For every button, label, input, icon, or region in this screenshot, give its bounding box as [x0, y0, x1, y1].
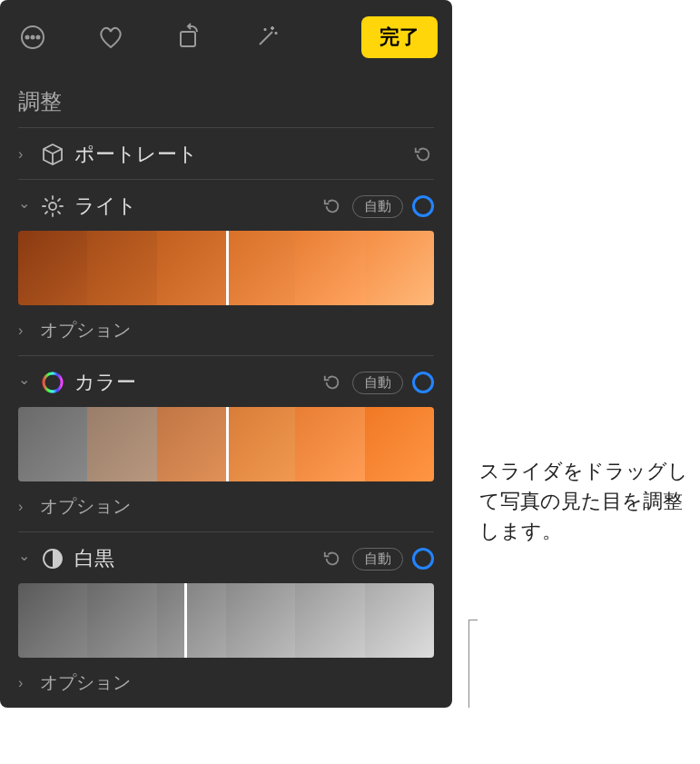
- disclosure-bw-options[interactable]: [18, 675, 31, 691]
- auto-bw-button[interactable]: 自動: [352, 548, 403, 571]
- adjust-panel: 完了 調整 ポートレート ライト 自動: [0, 0, 452, 708]
- disclosure-color[interactable]: [18, 374, 31, 392]
- disclosure-color-options[interactable]: [18, 499, 31, 515]
- disclosure-portrait[interactable]: [18, 146, 31, 163]
- bw-slider[interactable]: [18, 583, 434, 658]
- rotate-icon[interactable]: [171, 19, 207, 55]
- svg-point-2: [32, 36, 35, 39]
- slider-thumb[interactable]: [226, 407, 229, 481]
- section-label-bw: 白黒: [74, 545, 312, 572]
- favorite-heart-icon[interactable]: [93, 19, 129, 55]
- auto-color-button[interactable]: 自動: [352, 372, 403, 394]
- more-icon[interactable]: [15, 19, 51, 55]
- svg-rect-4: [181, 32, 195, 46]
- disclosure-light-options[interactable]: [18, 322, 31, 339]
- svg-point-3: [37, 36, 40, 39]
- svg-point-1: [26, 36, 29, 39]
- section-label-portrait: ポートレート: [74, 141, 403, 168]
- slider-thumb[interactable]: [226, 231, 229, 305]
- section-color: カラー 自動 オプション: [0, 356, 452, 531]
- disclosure-light[interactable]: [18, 198, 31, 215]
- reset-color-icon[interactable]: [321, 372, 343, 393]
- options-bw[interactable]: オプション: [40, 670, 131, 695]
- color-slider[interactable]: [18, 407, 434, 481]
- panel-title: 調整: [0, 74, 452, 127]
- cube-icon: [40, 142, 65, 167]
- done-button[interactable]: 完了: [361, 16, 438, 58]
- auto-enhance-wand-icon[interactable]: [249, 19, 285, 55]
- section-label-light: ライト: [74, 193, 312, 220]
- annotation-callout: スライダをドラッグして写真の見た目を調整します。: [452, 0, 492, 708]
- svg-point-5: [49, 203, 56, 210]
- options-light[interactable]: オプション: [40, 318, 131, 342]
- bw-contrast-icon: [40, 546, 65, 571]
- section-light: ライト 自動 オプション: [0, 180, 452, 355]
- reset-light-icon[interactable]: [321, 195, 343, 217]
- reset-bw-icon[interactable]: [321, 548, 343, 570]
- edit-toolbar: 完了: [0, 0, 452, 74]
- enable-color-toggle[interactable]: [412, 372, 434, 393]
- enable-bw-toggle[interactable]: [412, 548, 434, 570]
- disclosure-bw[interactable]: [18, 551, 31, 568]
- svg-point-6: [44, 373, 62, 392]
- auto-light-button[interactable]: 自動: [352, 195, 403, 218]
- slider-thumb[interactable]: [184, 583, 187, 658]
- reset-portrait-icon[interactable]: [412, 144, 434, 165]
- section-portrait: ポートレート: [0, 128, 452, 179]
- section-bw: 白黒 自動 オプション: [0, 532, 452, 699]
- color-wheel-icon: [40, 370, 65, 395]
- section-label-color: カラー: [74, 369, 312, 396]
- enable-light-toggle[interactable]: [412, 195, 434, 217]
- options-color[interactable]: オプション: [40, 494, 131, 519]
- light-slider[interactable]: [18, 231, 434, 305]
- light-sun-icon: [40, 193, 65, 219]
- callout-text: スライダをドラッグして写真の見た目を調整します。: [479, 456, 697, 546]
